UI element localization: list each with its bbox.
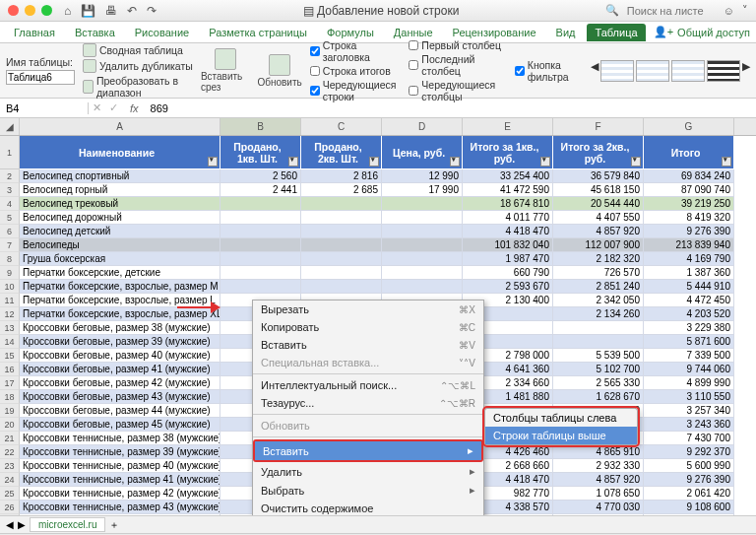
cell[interactable]: 2 061 420 <box>644 487 734 501</box>
menu-copy[interactable]: Копировать⌘C <box>253 318 483 336</box>
table-header[interactable]: Цена, руб. <box>382 136 463 169</box>
refresh-button[interactable]: Обновить <box>257 54 301 88</box>
search-input[interactable] <box>627 5 716 17</box>
cell[interactable]: 8 419 320 <box>644 211 734 225</box>
row-header[interactable]: 17 <box>0 376 20 390</box>
cell[interactable] <box>553 335 644 349</box>
cell[interactable]: 45 618 150 <box>553 183 644 197</box>
close-icon[interactable] <box>8 5 19 16</box>
cell[interactable]: 2 565 330 <box>553 376 644 390</box>
tab-insert[interactable]: Вставка <box>67 24 123 41</box>
table-header[interactable]: Наименование <box>20 136 220 169</box>
table-row[interactable]: 5Велосипед дорожный4 011 7704 407 5508 4… <box>0 211 756 225</box>
cell[interactable] <box>301 197 382 211</box>
cell[interactable]: 69 834 240 <box>644 169 734 183</box>
style-swatch[interactable] <box>600 60 634 82</box>
cell[interactable]: 2 932 330 <box>553 459 644 473</box>
share-button[interactable]: 👤+ Общий доступ <box>654 26 750 38</box>
cell[interactable] <box>301 225 382 238</box>
filter-icon[interactable] <box>288 157 298 167</box>
cell[interactable]: 36 579 840 <box>553 169 644 183</box>
name-box[interactable]: B4 <box>0 102 89 114</box>
style-nav-left[interactable]: ◀ <box>591 60 598 82</box>
cell[interactable]: Перчатки боксерские, взрослые, размер M <box>20 280 220 294</box>
cell[interactable]: 1 987 470 <box>463 252 553 266</box>
cell[interactable] <box>220 238 301 252</box>
cell[interactable] <box>301 238 382 252</box>
undo-icon[interactable]: ↶ <box>127 4 137 18</box>
tab-draw[interactable]: Рисование <box>127 24 197 41</box>
select-all[interactable]: ◢ <box>0 118 20 135</box>
submenu-cols-left[interactable]: Столбцы таблицы слева <box>485 409 637 427</box>
style-nav-right[interactable]: ▶ <box>742 60 750 82</box>
cell[interactable]: Кроссовки теннисные, размер 40 (мужские) <box>20 459 220 473</box>
cell[interactable]: 2 134 260 <box>553 307 644 321</box>
opt-last-col[interactable]: Последний столбец <box>409 53 506 77</box>
cell[interactable]: Кроссовки беговые, размер 38 (мужские) <box>20 321 220 335</box>
row-header[interactable]: 21 <box>0 432 20 445</box>
menu-thesaurus[interactable]: Тезаурус...⌃⌥⌘R <box>253 394 483 412</box>
filter-icon[interactable] <box>450 157 460 167</box>
cell[interactable] <box>382 197 463 211</box>
opt-banded-cols[interactable]: Чередующиеся столбцы <box>409 79 506 102</box>
col-header[interactable]: G <box>644 118 734 135</box>
menu-smart-lookup[interactable]: Интеллектуальный поиск...⌃⌥⌘L <box>253 376 483 394</box>
cell[interactable]: Кроссовки теннисные, размер 41 (мужские) <box>20 473 220 487</box>
dedupe-button[interactable]: Удалить дубликаты <box>83 59 193 73</box>
cell[interactable]: 9 744 060 <box>644 363 734 376</box>
filter-icon[interactable] <box>369 157 379 167</box>
cell[interactable]: 39 219 250 <box>644 197 734 211</box>
row-header[interactable]: 13 <box>0 321 20 335</box>
row-header[interactable]: 19 <box>0 404 20 418</box>
opt-filter-button[interactable]: Кнопка фильтра <box>515 59 583 83</box>
cell[interactable]: Кроссовки беговые, размер 44 (мужские) <box>20 404 220 418</box>
row-header[interactable]: 10 <box>0 280 20 294</box>
table-row[interactable]: 7Велосипеды101 832 040112 007 900213 839… <box>0 238 756 252</box>
cell[interactable]: 7 339 500 <box>644 349 734 363</box>
redo-icon[interactable]: ↷ <box>147 4 157 18</box>
cell[interactable]: 4 865 910 <box>553 445 644 459</box>
menu-clear[interactable]: Очистить содержимое <box>253 500 483 515</box>
cell[interactable]: 3 229 380 <box>644 321 734 335</box>
sheet-tab[interactable]: microexcel.ru <box>30 517 105 532</box>
cell[interactable]: 3 243 360 <box>644 418 734 432</box>
cell[interactable] <box>220 211 301 225</box>
cell[interactable]: Велосипед спортивный <box>20 169 220 183</box>
cell[interactable]: 2 342 050 <box>553 294 644 307</box>
maximize-icon[interactable] <box>41 5 52 16</box>
sheet-nav-right[interactable]: ▶ <box>18 519 26 530</box>
cell[interactable]: Кроссовки теннисные, размер 38 (мужские) <box>20 432 220 445</box>
row-header[interactable]: 6 <box>0 225 20 238</box>
col-header[interactable]: A <box>20 118 220 135</box>
cell[interactable]: 4 472 450 <box>644 294 734 307</box>
table-header[interactable]: Итого за 1кв., руб. <box>463 136 553 169</box>
tab-layout[interactable]: Разметка страницы <box>201 24 315 41</box>
row-header[interactable]: 24 <box>0 473 20 487</box>
opt-header-row[interactable]: Строка заголовка <box>310 39 402 63</box>
cell[interactable] <box>220 266 301 280</box>
opt-first-col[interactable]: Первый столбец <box>409 39 506 51</box>
cell[interactable] <box>382 266 463 280</box>
cell[interactable]: 9 108 600 <box>644 501 734 514</box>
cell[interactable]: Кроссовки теннисные, размер 39 (мужские) <box>20 445 220 459</box>
row-header[interactable]: 4 <box>0 197 20 211</box>
menu-delete[interactable]: Удалить <box>253 462 483 481</box>
cell[interactable] <box>382 238 463 252</box>
cell[interactable] <box>301 280 382 294</box>
tab-home[interactable]: Главная <box>6 24 63 41</box>
cell[interactable]: 87 090 740 <box>644 183 734 197</box>
cell[interactable]: 2 182 320 <box>553 252 644 266</box>
style-swatch[interactable] <box>636 60 669 82</box>
cell[interactable]: Кроссовки беговые, размер 42 (мужские) <box>20 376 220 390</box>
confirm-icon[interactable]: ✓ <box>105 101 122 114</box>
cell[interactable]: Велосипед дорожный <box>20 211 220 225</box>
table-row[interactable]: 4Велосипед трековый18 674 81020 544 4403… <box>0 197 756 211</box>
row-header[interactable]: 8 <box>0 252 20 266</box>
spreadsheet-grid[interactable]: ◢ A B C D E F G 1 Наименование Продано, … <box>0 118 756 515</box>
print-icon[interactable]: 🖶 <box>105 4 117 18</box>
cell[interactable]: Велосипед детский <box>20 225 220 238</box>
cell[interactable]: 2 560 <box>220 169 301 183</box>
table-header[interactable]: Продано, 1кв. Шт. <box>220 136 301 169</box>
cell[interactable]: 2 593 670 <box>463 280 553 294</box>
col-header[interactable]: C <box>301 118 382 135</box>
